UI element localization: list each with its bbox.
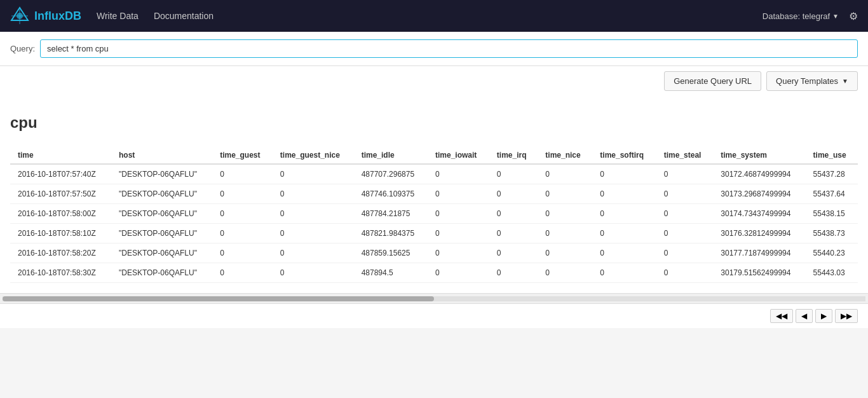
cell-time_use: 55437.28	[806, 164, 858, 184]
cell-time: 2016-10-18T07:58:20Z	[10, 244, 111, 263]
cell-time_irq: 0	[489, 263, 538, 283]
cell-time_guest: 0	[212, 224, 273, 244]
cell-time_guest_nice: 0	[273, 244, 354, 263]
cell-time_nice: 0	[538, 204, 592, 224]
query-input[interactable]	[40, 39, 858, 58]
write-data-link[interactable]: Write Data	[97, 11, 139, 21]
influxdb-icon	[10, 6, 29, 25]
data-table: time host time_guest time_guest_nice tim…	[10, 147, 858, 283]
generate-query-url-button[interactable]: Generate Query URL	[664, 71, 761, 91]
query-templates-label: Query Templates	[776, 76, 838, 86]
horizontal-scrollbar[interactable]	[0, 293, 868, 303]
cell-time_system: 30179.51562499994	[713, 263, 805, 283]
cell-time_use: 55438.73	[806, 224, 858, 244]
cell-time_idle: 487859.15625	[354, 244, 428, 263]
cell-host: "DESKTOP-06QAFLU"	[111, 164, 212, 184]
col-host: host	[111, 147, 212, 164]
cell-time_idle: 487821.984375	[354, 224, 428, 244]
cell-time_steal: 0	[656, 204, 714, 224]
documentation-link[interactable]: Documentation	[154, 11, 214, 21]
cell-time_guest_nice: 0	[273, 204, 354, 224]
query-templates-button[interactable]: Query Templates ▼	[766, 71, 858, 91]
cell-time_softirq: 0	[592, 224, 656, 244]
scrollbar-thumb[interactable]	[3, 296, 434, 301]
database-caret: ▼	[832, 13, 839, 20]
results-area: cpu time host time_guest time_guest_nice…	[0, 99, 868, 293]
cell-time_use: 55440.23	[806, 244, 858, 263]
cell-time: 2016-10-18T07:58:00Z	[10, 204, 111, 224]
cell-time_softirq: 0	[592, 244, 656, 263]
cell-time_system: 30174.73437499994	[713, 204, 805, 224]
scrollbar-track[interactable]	[3, 296, 865, 301]
cell-time_steal: 0	[656, 184, 714, 204]
next-page-button[interactable]: ▶	[815, 309, 832, 323]
col-time-guest-nice: time_guest_nice	[273, 147, 354, 164]
col-time-irq: time_irq	[489, 147, 538, 164]
cell-host: "DESKTOP-06QAFLU"	[111, 224, 212, 244]
cell-time_steal: 0	[656, 263, 714, 283]
cell-time_softirq: 0	[592, 164, 656, 184]
cell-time_iowait: 0	[428, 263, 489, 283]
cell-time_guest: 0	[212, 204, 273, 224]
col-time-use: time_use	[806, 147, 858, 164]
cell-time: 2016-10-18T07:58:10Z	[10, 224, 111, 244]
cell-time_nice: 0	[538, 224, 592, 244]
brand-logo[interactable]: InfluxDB	[10, 6, 81, 25]
cell-time_softirq: 0	[592, 263, 656, 283]
cell-time_softirq: 0	[592, 204, 656, 224]
first-page-button[interactable]: ◀◀	[770, 309, 793, 323]
cell-time: 2016-10-18T07:57:50Z	[10, 184, 111, 204]
cell-time_softirq: 0	[592, 184, 656, 204]
action-row: Generate Query URL Query Templates ▼	[0, 66, 868, 99]
table-body: 2016-10-18T07:57:40Z"DESKTOP-06QAFLU"004…	[10, 164, 858, 283]
col-time-guest: time_guest	[212, 147, 273, 164]
cell-time_guest: 0	[212, 244, 273, 263]
cell-host: "DESKTOP-06QAFLU"	[111, 204, 212, 224]
col-time: time	[10, 147, 111, 164]
cell-time_guest: 0	[212, 164, 273, 184]
settings-button[interactable]: ⚙	[849, 10, 858, 22]
cell-time_nice: 0	[538, 184, 592, 204]
table-row: 2016-10-18T07:58:30Z"DESKTOP-06QAFLU"004…	[10, 263, 858, 283]
cell-time_iowait: 0	[428, 224, 489, 244]
cell-time: 2016-10-18T07:57:40Z	[10, 164, 111, 184]
cell-time_use: 55443.03	[806, 263, 858, 283]
data-table-wrapper: time host time_guest time_guest_nice tim…	[10, 147, 858, 283]
cell-time_idle: 487784.21875	[354, 204, 428, 224]
cell-time_system: 30176.32812499994	[713, 224, 805, 244]
cell-time_guest_nice: 0	[273, 224, 354, 244]
col-time-nice: time_nice	[538, 147, 592, 164]
cell-time_use: 55437.64	[806, 184, 858, 204]
cell-time_guest: 0	[212, 184, 273, 204]
cell-time_guest_nice: 0	[273, 263, 354, 283]
cell-time_guest_nice: 0	[273, 164, 354, 184]
cell-time_steal: 0	[656, 164, 714, 184]
cell-time_idle: 487894.5	[354, 263, 428, 283]
cell-host: "DESKTOP-06QAFLU"	[111, 263, 212, 283]
measurement-title: cpu	[10, 109, 858, 137]
brand-name: InfluxDB	[34, 10, 81, 23]
table-row: 2016-10-18T07:58:00Z"DESKTOP-06QAFLU"004…	[10, 204, 858, 224]
cell-time_idle: 487746.109375	[354, 184, 428, 204]
cell-time_irq: 0	[489, 224, 538, 244]
cell-time_nice: 0	[538, 244, 592, 263]
cell-time_iowait: 0	[428, 164, 489, 184]
col-time-iowait: time_iowait	[428, 147, 489, 164]
cell-time_irq: 0	[489, 204, 538, 224]
cell-time_iowait: 0	[428, 184, 489, 204]
col-time-softirq: time_softirq	[592, 147, 656, 164]
col-time-idle: time_idle	[354, 147, 428, 164]
col-time-steal: time_steal	[656, 147, 714, 164]
cell-time_steal: 0	[656, 224, 714, 244]
database-label: Database: telegraf	[763, 11, 830, 21]
col-time-system: time_system	[713, 147, 805, 164]
query-bar: Query:	[0, 32, 868, 66]
table-row: 2016-10-18T07:58:20Z"DESKTOP-06QAFLU"004…	[10, 244, 858, 263]
prev-page-button[interactable]: ◀	[796, 309, 813, 323]
last-page-button[interactable]: ▶▶	[835, 309, 858, 323]
cell-time_guest_nice: 0	[273, 184, 354, 204]
cell-time_irq: 0	[489, 244, 538, 263]
cell-time_use: 55438.15	[806, 204, 858, 224]
database-selector[interactable]: Database: telegraf ▼	[763, 11, 839, 21]
cell-time_irq: 0	[489, 164, 538, 184]
